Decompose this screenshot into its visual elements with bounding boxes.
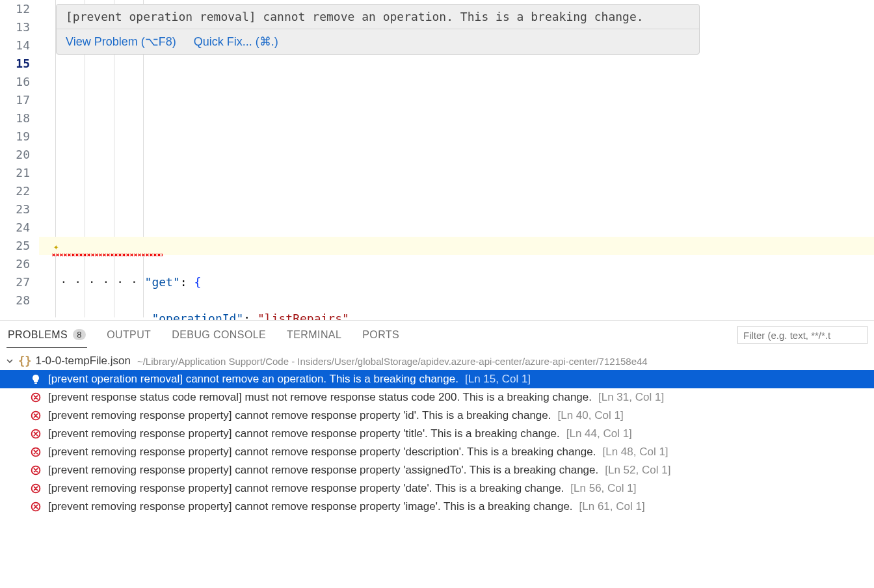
bottom-panel: PROBLEMS 8 OUTPUT DEBUG CONSOLE TERMINAL… [0,320,874,588]
line-number: 12 [0,0,30,18]
tab-terminal[interactable]: TERMINAL [285,323,343,347]
quick-fix-action[interactable]: Quick Fix... (⌘.) [194,35,278,48]
problem-row[interactable]: [prevent removing response property] can… [0,407,874,425]
problem-location: [Ln 15, Col 1] [465,373,531,386]
tooltip-actions: View Problem (⌥F8) Quick Fix... (⌘.) [57,29,699,54]
line-number: 20 [0,146,30,164]
error-icon [30,428,42,440]
line-number: 23 [0,200,30,219]
problem-row[interactable]: [prevent operation removal] cannot remov… [0,370,874,388]
json-key: "get" [145,275,180,289]
tab-debug-console[interactable]: DEBUG CONSOLE [170,323,267,347]
line-number: 22 [0,182,30,200]
problem-location: [Ln 48, Col 1] [602,446,668,459]
error-icon [30,501,42,513]
problem-hover-tooltip: [prevent operation removal] cannot remov… [56,4,700,55]
line-number: 25 [0,237,30,255]
error-icon [30,410,42,421]
problem-message: [prevent removing response property] can… [48,500,573,513]
line-number: 28 [0,291,30,310]
code-line[interactable]: ✦ · · · · · · "get": { [39,237,874,255]
problem-location: [Ln 52, Col 1] [605,464,670,477]
line-number: 13 [0,18,30,36]
problem-location: [Ln 56, Col 1] [570,482,636,495]
chevron-down-icon[interactable] [5,356,14,366]
line-number: 14 [0,36,30,55]
problem-location: [Ln 40, Col 1] [557,409,623,422]
line-number-gutter: 12 13 14 15 16 17 18 19 20 21 22 23 24 2… [0,0,39,317]
problem-row[interactable]: [prevent removing response property] can… [0,479,874,498]
problem-row[interactable]: [prevent removing response property] can… [0,443,874,461]
problem-message: [prevent operation removal] cannot remov… [48,373,458,386]
problem-row[interactable]: [prevent response status code removal] m… [0,388,874,407]
problem-location: [Ln 61, Col 1] [579,500,645,513]
error-icon [30,464,42,476]
json-file-icon: {} [18,354,31,368]
line-number: 18 [0,109,30,127]
line-number: 19 [0,127,30,146]
problem-message: [prevent removing response property] can… [48,409,551,422]
lightbulb-icon [30,373,42,385]
tab-ports[interactable]: PORTS [361,323,401,347]
line-number: 16 [0,73,30,91]
problems-file-group[interactable]: {} 1-0-0-tempFile.json ~/Library/Applica… [0,352,874,370]
tooltip-text: [prevent operation removal] cannot remov… [57,5,699,29]
problem-message: [prevent removing response property] can… [48,482,564,495]
problems-list: {} 1-0-0-tempFile.json ~/Library/Applica… [0,349,874,518]
view-problem-action[interactable]: View Problem (⌥F8) [66,35,176,48]
line-number: 21 [0,164,30,182]
file-path: ~/Library/Application Support/Code - Ins… [137,356,648,367]
error-icon [30,483,42,494]
problem-message: [prevent removing response property] can… [48,464,598,477]
error-icon [30,446,42,458]
file-name: 1-0-0-tempFile.json [35,354,130,368]
problem-message: [prevent removing response property] can… [48,427,560,440]
problem-message: [prevent removing response property] can… [48,446,596,459]
error-icon [30,392,42,403]
tab-output[interactable]: OUTPUT [105,323,152,347]
line-number: 26 [0,255,30,273]
line-number: 15 [0,55,30,73]
error-squiggle [52,254,163,256]
problems-count-badge: 8 [73,329,86,340]
problem-row[interactable]: [prevent removing response property] can… [0,498,874,516]
problem-row[interactable]: [prevent removing response property] can… [0,461,874,479]
line-number: 17 [0,91,30,109]
line-number: 27 [0,273,30,291]
sparkle-icon[interactable]: ✦ [53,237,59,256]
tab-label: PROBLEMS [8,329,68,341]
problem-location: [Ln 44, Col 1] [566,427,632,440]
problem-message: [prevent response status code removal] m… [48,391,592,404]
code-editor[interactable]: 12 13 14 15 16 17 18 19 20 21 22 23 24 2… [0,0,874,317]
problem-row[interactable]: [prevent removing response property] can… [0,425,874,443]
line-number: 24 [0,219,30,237]
problem-location: [Ln 31, Col 1] [598,391,664,404]
tab-problems[interactable]: PROBLEMS 8 [7,323,87,348]
problems-filter-input[interactable] [737,326,867,344]
panel-tablist: PROBLEMS 8 OUTPUT DEBUG CONSOLE TERMINAL… [0,321,874,349]
